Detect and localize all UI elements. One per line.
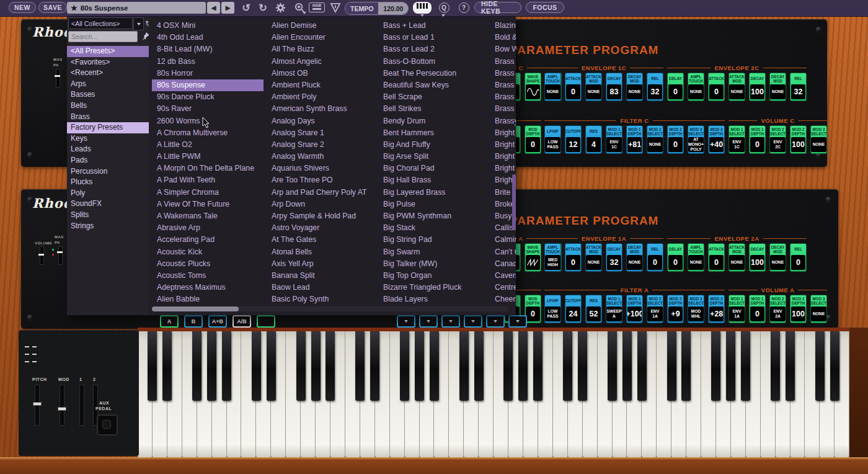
preset-item[interactable]: Big Talker (MW) (378, 258, 487, 270)
alert-icon[interactable] (329, 1, 342, 14)
preset-item[interactable]: Bright an (490, 127, 516, 139)
preset-item[interactable]: Canada (490, 258, 516, 270)
chevron-down-icon[interactable] (419, 315, 438, 328)
preset-item[interactable]: Beautiful Saw Keys (378, 79, 487, 91)
preset-item[interactable]: Centre F (490, 282, 516, 293)
param-button[interactable]: DECAY100 (749, 243, 766, 272)
param-button[interactable]: ATTACK0 (565, 243, 582, 272)
preset-item[interactable]: Arpy Sample & Hold Pad (267, 210, 375, 222)
param-button[interactable]: DECAY MODNONE (769, 73, 786, 101)
black-key[interactable] (162, 331, 172, 401)
gear-icon[interactable] (273, 1, 287, 14)
black-key[interactable] (222, 331, 231, 401)
black-key[interactable] (326, 331, 335, 401)
preset-item[interactable]: Brass Vib (490, 103, 516, 115)
panel-slider-thumb[interactable] (57, 251, 63, 253)
chevron-down-icon[interactable] (397, 315, 415, 328)
preset-item[interactable]: Big Stack (378, 222, 487, 234)
preset-item[interactable]: A Chroma Multiverse (152, 127, 264, 139)
preset-item[interactable]: Bell Strikes (378, 103, 487, 115)
preset-item[interactable]: Cavern C (490, 270, 516, 282)
star-icon[interactable]: ★ (71, 4, 78, 12)
sidebar-category[interactable]: Bells (67, 101, 149, 112)
preset-item[interactable]: Blade Layers (378, 293, 487, 305)
preset-item[interactable]: Beat The Persecution (378, 68, 487, 79)
preset-item[interactable]: Abrasive Arp (152, 222, 264, 234)
next-preset-button[interactable]: ▶ (221, 2, 234, 14)
hide-keyb-button[interactable]: HIDE KEYB (474, 2, 521, 13)
preset-item[interactable]: Acoustic Plucks (152, 258, 264, 270)
black-key[interactable] (771, 331, 780, 401)
preset-item[interactable]: Bold & B (490, 32, 516, 43)
black-key[interactable] (267, 331, 276, 401)
preset-item[interactable]: Big String Pad (378, 234, 487, 246)
param-button[interactable]: MOD 3 SELECTMOD WHL (688, 295, 704, 323)
preset-item[interactable]: Cheerful (490, 293, 516, 305)
preset-item[interactable]: 4 OSX Mini (152, 20, 264, 32)
preset-item[interactable]: 90s Raver (152, 103, 264, 115)
param-button[interactable]: MOD 2 DEPTH100 (790, 295, 807, 323)
undo-icon[interactable]: ↺ (239, 1, 253, 14)
preset-item[interactable]: Big Choral Pad (378, 163, 487, 174)
preset-item[interactable]: Analog Snare 2 (267, 139, 375, 151)
param-button[interactable]: ATTACK MODNONE (585, 243, 602, 272)
black-key[interactable] (667, 331, 676, 401)
tempo-control[interactable]: TEMPO 120.00 (345, 2, 409, 15)
preset-item[interactable]: A Little O2 (152, 139, 264, 151)
preset-item[interactable]: 80s Horror (152, 68, 264, 79)
black-key[interactable] (637, 331, 647, 401)
param-button[interactable]: MOD 2 SELECTENV 1A (647, 295, 663, 323)
preset-item[interactable]: A Morph On The Delta Plane (152, 163, 264, 174)
save-button[interactable]: SAVE (38, 2, 67, 13)
black-key[interactable] (207, 331, 216, 401)
black-key[interactable] (503, 331, 513, 401)
master-slider[interactable] (56, 69, 60, 87)
aux-pedal-button[interactable] (97, 414, 118, 436)
param-button[interactable]: ATTACK MODNONE (728, 73, 745, 101)
param-button[interactable]: MOD 1 SELECTENV 1C (728, 125, 745, 154)
chevron-down-icon[interactable] (464, 315, 482, 328)
black-key[interactable] (474, 331, 484, 401)
black-key[interactable] (726, 331, 735, 401)
param-button[interactable]: DECAY83 (606, 73, 622, 101)
param-button[interactable]: RES52 (585, 295, 602, 323)
preset-item[interactable]: 80s Suspense (152, 79, 264, 91)
preset-item[interactable]: Almost OB (267, 68, 375, 79)
preset-item[interactable]: Bright Or (490, 163, 516, 174)
param-button[interactable]: DELAY0 (667, 73, 684, 101)
preset-item[interactable]: Atonal Bells (267, 246, 375, 258)
black-key[interactable] (148, 331, 157, 401)
black-key[interactable] (252, 331, 261, 401)
black-key[interactable] (608, 331, 617, 401)
param-button[interactable]: MOD 2 SELECTNONE (647, 125, 663, 154)
link-button[interactable] (257, 315, 275, 328)
sidebar-category[interactable]: SoundFX (67, 199, 149, 210)
chevron-down-icon[interactable] (133, 17, 144, 30)
preset-item[interactable]: Analog Warmth (267, 151, 375, 163)
sidebar-category[interactable]: Poly (67, 188, 149, 199)
param-button[interactable]: MOD DEPTH0 (525, 295, 541, 323)
preset-item[interactable]: Adeptness Maximus (152, 282, 264, 293)
param-button[interactable]: ATTACK MODNONE (585, 73, 602, 101)
param-button[interactable]: ATTACK0 (708, 243, 725, 272)
param-button[interactable]: ATTACK0 (565, 73, 582, 101)
lever-1[interactable] (79, 385, 84, 426)
black-key[interactable] (622, 331, 632, 401)
preset-item[interactable]: Alien Demise (267, 20, 375, 32)
preset-item[interactable]: Bent Hammers (378, 127, 487, 139)
sidebar-category[interactable]: Factory Presets (67, 122, 149, 133)
preset-item[interactable]: Analog Days (267, 115, 375, 127)
param-button[interactable]: MOD 3 DEPTH+28 (708, 295, 725, 323)
search-input[interactable] (68, 31, 138, 42)
preset-item[interactable]: Alien Babble (152, 293, 264, 305)
preset-item[interactable]: A Wakemans Tale (152, 210, 264, 222)
black-key[interactable] (459, 331, 469, 401)
sidebar-category[interactable]: <Favorites> (67, 57, 149, 68)
param-button[interactable]: MOD 2 SELECTENV 2A (769, 295, 786, 323)
param-button[interactable]: DECAY MODNONE (626, 243, 643, 272)
param-button[interactable]: MOD 1 DEPTH0 (749, 295, 766, 323)
black-key[interactable] (400, 331, 409, 401)
black-key[interactable] (711, 331, 720, 401)
preset-item[interactable]: Acoustic Toms (152, 270, 264, 282)
preset-name-field[interactable]: ★ 80s Suspense (67, 2, 206, 14)
